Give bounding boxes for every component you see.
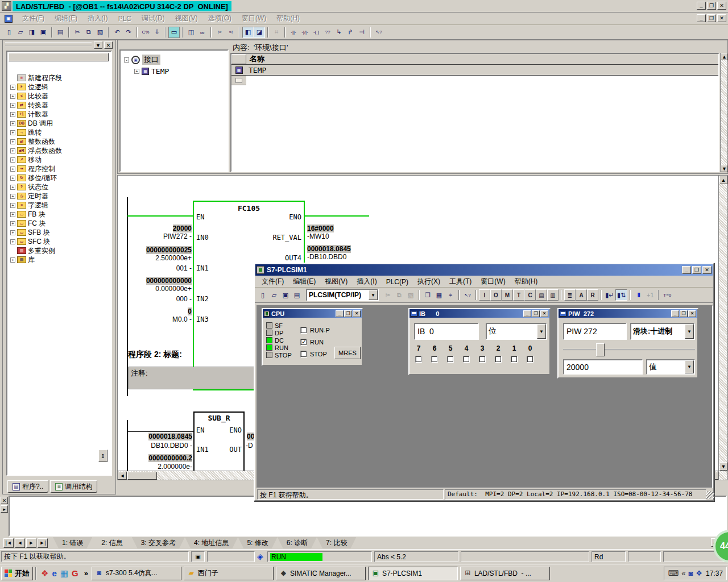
bit-checkbox[interactable] [495,356,502,363]
catalog-item-jump[interactable]: + → 跳转 [9,128,110,137]
catalog-item-move[interactable]: + ↗ 移动 [9,155,110,164]
branch-close-icon[interactable]: ↱ [345,27,356,38]
insert-accumulator-icon[interactable]: A [576,289,587,301]
catalog-item-counter[interactable]: + +1 计数器 [9,110,110,119]
catalog-item-sfc-blocks[interactable]: + ▭ SFC 块 [9,237,110,246]
expand-icon[interactable]: + [10,203,15,208]
rung-end-icon[interactable]: ⊣ [356,27,367,38]
insert-stacks-icon[interactable]: ≣ [564,289,576,301]
mdi-minimize-button[interactable]: _ [697,14,706,22]
minimize-button[interactable]: _ [682,266,691,274]
mdi-child-icon[interactable]: ▣ [5,15,13,23]
catalog-dropdown-button[interactable]: ▼ [94,41,102,49]
output-pane[interactable] [9,496,727,537]
interface-temp-row[interactable]: + ▦ TEMP [121,65,228,77]
output-tab[interactable]: 5: 修改 [238,537,277,548]
piw-value-field[interactable]: 20000 [563,359,643,375]
new-network-icon[interactable]: ⌗ [271,27,282,38]
catalog-item-float-fn[interactable]: + ±R 浮点数函数 [9,146,110,155]
mode-checkbox[interactable] [300,339,307,346]
insert-block-registers-icon[interactable]: R [587,289,598,301]
close-button[interactable]: ✕ [688,310,696,317]
catalog-item-bit-logic[interactable]: + ⊦ 位逻辑 [9,82,110,92]
menu-item[interactable]: 帮助(H) [271,13,305,24]
output-close-button[interactable]: ✕ [1,497,8,504]
tray-network-icon[interactable]: ❖ [696,569,702,577]
cut-icon[interactable]: ✂ [382,289,394,301]
expand-icon[interactable]: + [10,121,15,126]
catalog-item-converter[interactable]: + ⇄ 转换器 [9,101,110,110]
expand-icon[interactable]: + [10,148,15,153]
mode-row[interactable]: RUN [300,336,330,348]
continuous-scan-icon[interactable]: ▮↵ [604,289,615,301]
new-icon[interactable]: ▯ [257,289,268,301]
maximize-button[interactable]: ❐ [680,310,688,317]
taskbar-button-s7-plcsim1[interactable]: ▣ S7-PLCSIM1 [368,567,458,580]
menu-item[interactable]: 插入(I) [82,13,113,24]
maximize-button[interactable]: ❐ [344,310,352,317]
bit-checkbox[interactable] [463,356,470,363]
insert-generic-variable-icon[interactable]: ▤ [536,289,547,301]
out4-operand-row[interactable]: -DB10.DBD0 [307,253,346,261]
print-icon[interactable]: ▤ [55,27,66,38]
contact-no-icon[interactable]: -||- [288,27,299,38]
subr-out-operand-row[interactable]: -D [246,442,253,450]
menu-item[interactable]: PLC [113,13,136,24]
ret-operand-row[interactable]: -MW10 [307,232,329,240]
insert-vertical-bits-icon[interactable]: ▥ [547,289,559,301]
tab-call-structure[interactable]: ≣ 调用结构 [50,480,97,493]
separator[interactable] [68,27,69,38]
piw-format-select[interactable]: 滑块:十进制 ▼ [630,323,695,340]
detail-toggle-icon[interactable]: ◪ [254,27,265,38]
insert-memory-variable-icon[interactable]: M [502,289,513,301]
tab-scroll-button[interactable]: ◄ [15,538,25,548]
mode-row[interactable]: RUN-P [300,324,330,336]
time-reset-icon[interactable]: T=0 [661,289,673,301]
catalog-item-sfb-blocks[interactable]: + ▭ SFB 块 [9,228,110,237]
separator[interactable] [630,290,631,300]
tray-collapse-icon[interactable]: « [681,569,685,577]
separator[interactable] [182,27,183,38]
minimize-button[interactable]: _ [336,310,344,317]
quicklaunch-messenger-icon[interactable]: ❖ [41,568,48,579]
catalog-item-shift-rotate[interactable]: + ↻ 移位/循环 [9,173,110,182]
monitor-toggle-icon[interactable]: ▭ [168,27,180,38]
open-icon[interactable]: ▱ [268,289,280,301]
copy-icon[interactable]: ⧉ [394,289,405,301]
quicklaunch-ie-icon[interactable]: e [52,568,56,578]
monitored-value[interactable]: 000000000000 [146,277,192,285]
monitored-value[interactable]: 16#0000 [307,225,334,232]
separator[interactable] [136,27,138,38]
catalog-close-button[interactable]: ✕ [104,41,113,49]
declaration-scrollbar[interactable]: ▲ ▼ [720,53,727,172]
empty-box-icon[interactable]: ?? [322,27,333,38]
expand-icon[interactable]: + [10,85,15,90]
bit-checkbox[interactable] [447,356,454,363]
start-button[interactable]: 开始 [1,567,33,580]
mode-row[interactable]: STOP [300,348,330,360]
catalog-item-fb-blocks[interactable]: + ▭ FB 块 [9,210,110,219]
menu-item[interactable]: 调试(D) [136,13,170,24]
menu-item[interactable]: 文件(F) [17,13,49,24]
new-icon[interactable]: ▯ [3,27,15,38]
chevron-down-icon[interactable]: ▼ [369,290,378,300]
chevron-down-icon[interactable]: ▼ [537,324,546,339]
output-tab[interactable]: 1: 错误 [53,537,92,548]
tile-icon[interactable]: ▦ [433,289,445,301]
interface-select[interactable]: PLCSIM(TCP/IP) ▼ [306,289,379,301]
menu-item[interactable]: PLC(P) [382,276,413,287]
quicklaunch-more-icon[interactable]: » [83,569,89,577]
status-display-icon[interactable]: ◫ [185,27,197,38]
print-icon[interactable]: ▤ [291,289,303,301]
expand-icon[interactable]: + [10,212,15,217]
separator[interactable] [561,290,562,300]
expand-icon[interactable]: + [10,230,15,235]
output-tab[interactable]: 3: 交叉参考 [132,537,185,548]
catalog-item-new-network[interactable]: ⌗ 新建程序段 [9,73,110,82]
catalog-item-integer-fn[interactable]: + ±I 整数函数 [9,137,110,146]
monitored-value[interactable]: 20000 [173,225,192,232]
next-error-icon[interactable]: »! [225,27,237,38]
expand-icon[interactable]: + [10,239,15,244]
menu-item[interactable]: 文件(F) [257,276,288,287]
separator[interactable] [108,27,109,38]
